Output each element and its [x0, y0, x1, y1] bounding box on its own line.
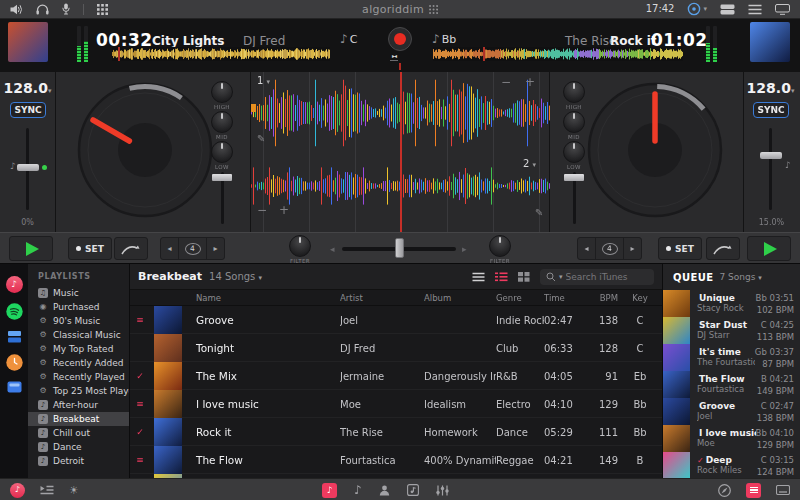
loop-halve-button[interactable]: ◂ — [578, 238, 595, 259]
itunes-source-icon[interactable]: ♪ — [6, 276, 23, 293]
track-row[interactable]: Tonight DJ Fred Club 06:33 128 C — [130, 334, 662, 362]
deck-b-volume-handle[interactable] — [564, 174, 584, 181]
deck-a-sync-button[interactable]: SYNC — [10, 102, 46, 118]
loop-button[interactable]: 4 — [595, 238, 624, 259]
playlist-item[interactable]: ⚙ Classical Music — [28, 328, 129, 342]
column-key[interactable]: Key — [622, 293, 662, 303]
column-artist[interactable]: Artist — [340, 293, 424, 303]
dj-list-view-icon[interactable] — [495, 272, 508, 282]
deck-a-play-button[interactable] — [9, 236, 53, 261]
crossfader-handle[interactable] — [395, 238, 404, 258]
jog-wheel-b[interactable] — [587, 82, 723, 218]
up-next-icon[interactable] — [40, 485, 54, 495]
deck-a-pitch-handle[interactable] — [17, 164, 39, 171]
deck-b-play-button[interactable] — [747, 236, 791, 261]
zoom-in-a-button[interactable]: + — [525, 76, 535, 88]
deck-a-overview-waveform[interactable] — [112, 47, 330, 61]
playlist-item[interactable]: ⚙ 90's Music — [28, 314, 129, 328]
search-field[interactable]: ▾ — [540, 269, 654, 285]
track-row[interactable]: ≡ The Flow Fourtastica 400% Dynamite Reg… — [130, 446, 662, 474]
deck-a-filter-knob[interactable] — [289, 235, 311, 257]
library-list-icon[interactable] — [748, 4, 762, 15]
playlist-item[interactable]: ⚙ Recently Played — [28, 370, 129, 384]
playlist-item[interactable]: ♪ Breakbeat — [28, 412, 129, 426]
genres-icon[interactable] — [436, 485, 449, 496]
files-source-icon[interactable] — [7, 330, 22, 344]
queue-item[interactable]: Star Dust DJ Starr C 04:25 113 BPM — [663, 317, 800, 344]
deck-b-filter-knob[interactable] — [489, 235, 511, 257]
deck-b-eq-mid-knob[interactable] — [563, 111, 585, 133]
deck-b-eq-low-knob[interactable] — [563, 141, 585, 163]
deck-b-pitch-handle[interactable] — [760, 152, 782, 159]
snap-icon[interactable]: ▸◂ — [390, 52, 398, 61]
zoom-out-a-button[interactable]: − — [501, 76, 511, 88]
playlist-item[interactable]: ♪ Detroit — [28, 454, 129, 468]
playlist-item[interactable]: ⚙ Recently Added — [28, 356, 129, 370]
queue-item[interactable]: The Flow Fourtastica B 04:21 149 BPM — [663, 371, 800, 398]
deck-a-bounce-button[interactable] — [114, 237, 148, 260]
zoom-in-b-button[interactable]: + — [279, 204, 289, 216]
search-input[interactable] — [566, 272, 644, 282]
list-view-icon[interactable] — [472, 272, 485, 282]
playlist-item[interactable]: ♫ Music — [28, 286, 129, 300]
pads-grid-icon[interactable] — [97, 4, 108, 15]
deck-b-overview-waveform[interactable] — [433, 47, 683, 61]
grid-view-icon[interactable] — [518, 272, 530, 282]
zoom-out-b-button[interactable]: − — [257, 204, 267, 216]
deck-layout-icon[interactable] — [720, 4, 735, 15]
songs-icon[interactable]: ♪ — [322, 483, 337, 498]
queue-item[interactable]: Groove Joel C 02:47 138 BPM — [663, 398, 800, 425]
explorer-source-icon[interactable] — [7, 381, 22, 393]
history-source-icon[interactable] — [6, 354, 23, 371]
playlist-item[interactable]: ♪ After-hour — [28, 398, 129, 412]
playlist-item[interactable]: ◉ Purchased — [28, 300, 129, 314]
queue-item[interactable]: It's time The Fourtastica Gb 03:37 87 BP… — [663, 344, 800, 371]
microphone-icon[interactable] — [62, 3, 70, 15]
queue-item[interactable]: ✓Deep Rock Miles C 03:15 124 BPM — [663, 452, 800, 478]
edit-pencil-b-icon[interactable]: ✎ — [535, 208, 543, 218]
column-name[interactable]: Name — [188, 293, 340, 303]
deck-b-pitch-slider[interactable] — [769, 128, 772, 210]
loop-button[interactable]: 4 — [178, 238, 207, 259]
column-time[interactable]: Time — [544, 293, 586, 303]
icloud-sync-icon[interactable]: ▾ — [687, 2, 707, 16]
automix-icon[interactable] — [718, 484, 731, 497]
display-icon[interactable] — [775, 4, 790, 15]
deck-a-set-cue-button[interactable]: SET — [68, 237, 112, 260]
deck-b-wave-label[interactable]: 2 ▾ — [523, 158, 536, 169]
track-row[interactable]: ✓ Rock it The Rise Homework Dance 05:29 … — [130, 418, 662, 446]
deck-b-sync-button[interactable]: SYNC — [753, 102, 789, 118]
edit-pencil-a-icon[interactable]: ✎ — [257, 134, 265, 144]
loop-double-button[interactable]: ▸ — [624, 238, 641, 259]
deck-a-volume-handle[interactable] — [212, 174, 232, 181]
deck-a-key[interactable]: ♪C — [340, 32, 357, 46]
playlist-item[interactable]: ⚙ Top 25 Most Played — [28, 384, 129, 398]
loop-double-button[interactable]: ▸ — [207, 238, 224, 259]
track-row[interactable]: ≡ I love music Moe Idealism Electro 04:1… — [130, 390, 662, 418]
deck-b-bounce-button[interactable] — [706, 237, 740, 260]
library-song-count[interactable]: 14 Songs ▾ — [209, 271, 262, 282]
playlist-item[interactable]: ♪ Dance — [28, 440, 129, 454]
deck-a-eq-high-knob[interactable] — [211, 81, 233, 103]
track-row[interactable]: ≡ Groove Joel Indie Rock 02:47 138 C — [130, 306, 662, 334]
deck-a-eq-mid-knob[interactable] — [211, 111, 233, 133]
note-icon[interactable]: ♪ — [354, 484, 362, 496]
column-bpm[interactable]: BPM — [586, 293, 622, 303]
deck-b-eq-high-knob[interactable] — [563, 81, 585, 103]
column-album[interactable]: Album — [424, 293, 496, 303]
headphones-icon[interactable] — [36, 4, 49, 15]
brightness-icon[interactable]: ☀ — [69, 485, 79, 496]
jog-wheel-a[interactable] — [77, 82, 213, 218]
keyboard-icon[interactable] — [776, 485, 790, 495]
deck-a-wave-label[interactable]: 1 ▾ — [257, 75, 270, 86]
deck-b-key[interactable]: ♪Bb — [432, 32, 456, 46]
artists-icon[interactable] — [379, 485, 390, 496]
queue-icon[interactable] — [746, 483, 761, 498]
itunes-icon[interactable]: ♪ — [10, 483, 25, 498]
playlist-item[interactable]: ♪ Chill out — [28, 426, 129, 440]
spotify-source-icon[interactable] — [6, 303, 23, 320]
queue-item[interactable]: I love music Moe Bb 04:10 129 BPM — [663, 425, 800, 452]
queue-song-count[interactable]: 7 Songs ▾ — [719, 272, 761, 282]
albums-icon[interactable] — [407, 484, 419, 496]
loop-halve-button[interactable]: ◂ — [161, 238, 178, 259]
